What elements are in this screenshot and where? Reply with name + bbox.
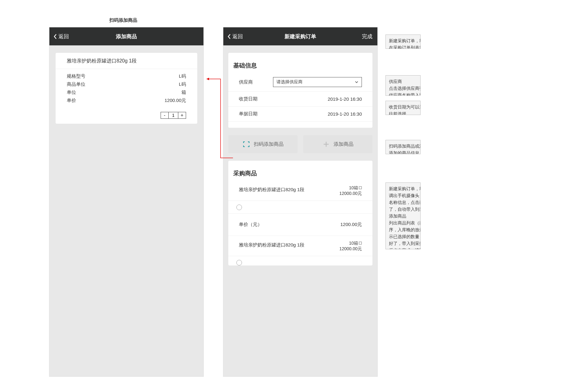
add-buttons-row: 扫码添加商品 添加商品 [228, 135, 372, 153]
purchase-items-section: 采购商品 雅培亲护奶粉原罐进口820g 1段 10箱 12000.00元 单价（… [228, 161, 372, 265]
item-name: 雅培亲护奶粉原罐进口820g 1段 [239, 185, 304, 193]
back-label: 返回 [232, 33, 243, 40]
spec-value: L码 [179, 72, 186, 80]
item-radio[interactable] [236, 260, 242, 265]
annotation: 供应商 点击选择供应商弹出 供应商名称带入到基 [385, 75, 421, 96]
spec-list: 规格型号 L码 商品单位 L码 单位 箱 单价 1200.00元 [56, 69, 197, 109]
doc-date-label: 单据日期 [239, 111, 273, 117]
spec-value: 箱 [181, 88, 186, 96]
purchase-item[interactable]: 雅培亲护奶粉原罐进口820g 1段 10箱 12000.00元 [228, 181, 372, 201]
section-title: 基础信息 [228, 53, 372, 73]
unit-price-value: 1200.00元 [340, 222, 362, 228]
titlebar: 返回 新建采购订单 完成 [223, 27, 377, 45]
doc-date-row[interactable]: 单据日期 2019-1-20 16:30 [228, 107, 372, 122]
scan-add-caption: 扫码添加商品 [109, 17, 137, 23]
spec-key: 单位 [67, 88, 76, 96]
quantity-stepper: - + [56, 112, 197, 124]
done-button[interactable]: 完成 [362, 33, 372, 40]
purchase-item[interactable]: 雅培亲护奶粉原罐进口820g 1段 10箱 12000.00元 [228, 236, 372, 256]
receive-date-row[interactable]: 收货日期 2019-1-20 16:30 [228, 92, 372, 107]
chevron-down-icon [355, 80, 358, 84]
basic-info-section: 基础信息 供应商 请选择供应商 收货日期 2019-1-20 16:30 单据日… [228, 53, 372, 128]
supplier-row: 供应商 请选择供应商 [228, 73, 372, 92]
receive-date-label: 收货日期 [239, 96, 273, 102]
supplier-placeholder: 请选择供应商 [276, 79, 303, 85]
product-name: 雅培亲护奶粉原罐进口820g 1段 [56, 53, 197, 69]
item-radio[interactable] [236, 205, 242, 210]
item-qty: 10箱 [349, 240, 358, 246]
item-totals: 10箱 12000.00元 [340, 185, 362, 196]
spec-row: 单价 1200.00元 [67, 96, 186, 104]
spec-key: 商品单位 [67, 80, 85, 88]
scan-add-button[interactable]: 扫码添加商品 [228, 135, 298, 153]
item-totals: 10箱 12000.00元 [340, 240, 362, 251]
scan-add-label: 扫码添加商品 [254, 141, 284, 148]
increment-button[interactable]: + [178, 112, 186, 119]
supplier-select[interactable]: 请选择供应商 [273, 77, 362, 87]
svg-rect-0 [359, 187, 362, 189]
chevron-left-icon [228, 34, 231, 39]
add-product-label: 添加商品 [334, 141, 353, 148]
spec-row: 单位 箱 [67, 88, 186, 96]
back-label: 返回 [58, 33, 69, 40]
back-button[interactable]: 返回 [223, 33, 247, 40]
item-qty: 10箱 [349, 185, 358, 191]
quantity-input[interactable] [169, 112, 178, 119]
receive-date-value: 2019-1-20 16:30 [273, 96, 362, 102]
spec-key: 规格型号 [67, 72, 85, 80]
box-icon [359, 186, 362, 189]
item-amount: 12000.00元 [340, 246, 362, 251]
decrement-button[interactable]: - [161, 112, 169, 119]
unit-price-label: 单价（元） [239, 222, 262, 228]
chevron-left-icon [54, 34, 57, 39]
annotation: 扫码添加商品或添加 添加的商品信息、数 [385, 140, 421, 154]
svg-rect-1 [359, 242, 362, 244]
section-title: 采购商品 [228, 161, 372, 181]
item-amount: 12000.00元 [340, 191, 362, 196]
back-button[interactable]: 返回 [49, 33, 73, 40]
doc-date-value: 2019-1-20 16:30 [273, 111, 362, 117]
box-icon [359, 242, 362, 245]
new-purchase-order-panel: 返回 新建采购订单 完成 基础信息 供应商 请选择供应商 收货日期 2019-1… [223, 27, 378, 377]
add-product-button[interactable]: 添加商品 [303, 135, 372, 153]
item-name: 雅培亲护奶粉原罐进口820g 1段 [239, 240, 304, 248]
spec-key: 单价 [67, 96, 76, 104]
scan-icon [243, 141, 250, 148]
spec-value: 1200.00元 [165, 96, 186, 104]
supplier-label: 供应商 [239, 79, 273, 85]
titlebar: 返回 添加商品 [49, 27, 203, 45]
unit-price-row: 单价（元） 1200.00元 [228, 214, 372, 236]
spec-value: L码 [179, 80, 186, 88]
annotation: 新建采购订单，填写 在采购订单列表第一 [385, 35, 421, 49]
annotation: 收货日期为可以选择 往前选择。 单据日期为制单日期 [385, 101, 421, 115]
add-product-panel: 返回 添加商品 雅培亲护奶粉原罐进口820g 1段 规格型号 L码 商品单位 L… [49, 27, 204, 377]
spec-row: 商品单位 L码 [67, 80, 186, 88]
product-card: 雅培亲护奶粉原罐进口820g 1段 规格型号 L码 商品单位 L码 单位 箱 单… [56, 53, 197, 124]
annotation: 新建采购订单，填写 调出手机摄像头，扫 名称信息，点击商品 了，自动带入到采购 … [385, 182, 421, 249]
spec-row: 规格型号 L码 [67, 72, 186, 80]
plus-icon [322, 141, 330, 148]
